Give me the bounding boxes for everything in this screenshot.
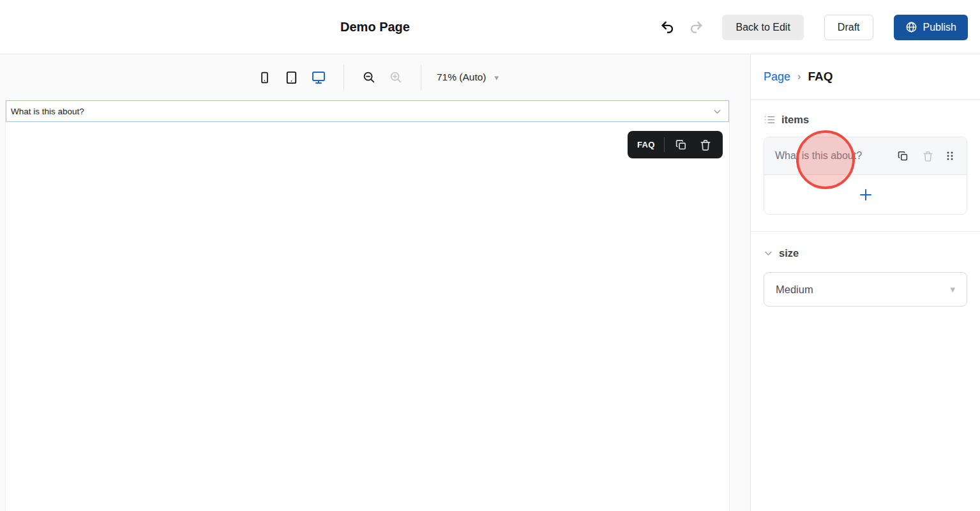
toolbar-divider [421, 65, 421, 90]
viewport-desktop-button[interactable] [308, 66, 329, 88]
selected-block-toolbar: FAQ [628, 131, 723, 158]
redo-icon [688, 19, 704, 35]
items-section: items What is this about? [751, 100, 980, 231]
delete-item-button[interactable] [921, 149, 935, 164]
redo-button[interactable] [686, 17, 707, 38]
block-toolbar-divider [664, 137, 665, 152]
zoom-in-button[interactable] [385, 66, 407, 88]
page-title: Demo Page [0, 0, 750, 54]
globe-icon [905, 21, 917, 33]
breadcrumb-separator-icon: › [797, 71, 801, 82]
size-select-value: Medium [776, 284, 950, 296]
size-section-label: size [779, 247, 799, 259]
zoom-out-button[interactable] [358, 66, 380, 88]
caret-down-icon: ▾ [495, 73, 499, 82]
tablet-icon [284, 70, 299, 85]
plus-icon [858, 187, 873, 202]
drag-handle-icon [946, 151, 954, 161]
back-to-edit-button[interactable]: Back to Edit [722, 15, 803, 40]
canvas-workspace: 71% (Auto) ▾ What is this about? FAQ [0, 54, 750, 511]
breadcrumb-current: FAQ [808, 70, 833, 84]
breadcrumb-link-page[interactable]: Page [764, 70, 790, 84]
publish-button[interactable]: Publish [894, 15, 968, 40]
items-section-label: items [781, 114, 809, 126]
breadcrumb: Page › FAQ [751, 54, 980, 99]
block-type-label: FAQ [637, 140, 655, 149]
smartphone-icon [258, 71, 271, 84]
trash-icon [922, 150, 934, 162]
size-section: size Medium ▾ [751, 232, 980, 322]
top-bar: Demo Page Back to Edit Draft [0, 0, 980, 54]
item-label: What is this about? [775, 150, 896, 162]
preview-artboard: What is this about? [5, 100, 730, 511]
field-array-item[interactable]: What is this about? [764, 137, 967, 175]
field-array: What is this about? [764, 137, 967, 215]
top-bar-actions: Back to Edit Draft Publish [657, 0, 968, 54]
zoom-out-icon [362, 70, 376, 84]
toolbar-divider [343, 65, 344, 90]
delete-block-button[interactable] [698, 137, 713, 153]
viewport-tablet-button[interactable] [281, 66, 303, 88]
trash-icon [699, 139, 712, 151]
add-item-button[interactable] [764, 175, 967, 214]
items-section-header: items [764, 114, 967, 126]
properties-sidebar: Page › FAQ items What is this about? [750, 54, 980, 511]
copy-icon [675, 139, 688, 151]
size-select[interactable]: Medium ▾ [764, 272, 967, 307]
chevron-down-icon [712, 107, 722, 116]
undo-button[interactable] [657, 17, 678, 38]
zoom-level-label: 71% (Auto) [437, 72, 486, 83]
copy-icon [897, 150, 909, 162]
faq-accordion-item[interactable]: What is this about? [6, 100, 729, 122]
size-section-header[interactable]: size [764, 247, 967, 259]
faq-question-text: What is this about? [11, 107, 712, 116]
page-builder-app: Demo Page Back to Edit Draft [0, 0, 980, 511]
duplicate-item-button[interactable] [896, 149, 910, 164]
publish-label: Publish [923, 22, 956, 33]
duplicate-block-button[interactable] [674, 137, 689, 153]
viewport-toolbar: 71% (Auto) ▾ [0, 65, 750, 90]
zoom-level-dropdown[interactable]: 71% (Auto) ▾ [437, 72, 499, 83]
chevron-down-icon [764, 248, 773, 258]
undo-icon [660, 19, 675, 35]
zoom-in-icon [389, 70, 403, 84]
viewport-smartphone-button[interactable] [254, 66, 276, 88]
monitor-icon [311, 70, 326, 85]
list-icon [764, 114, 776, 126]
drag-handle[interactable] [944, 149, 956, 162]
caret-down-icon: ▾ [950, 284, 955, 295]
draft-button[interactable]: Draft [824, 15, 873, 40]
